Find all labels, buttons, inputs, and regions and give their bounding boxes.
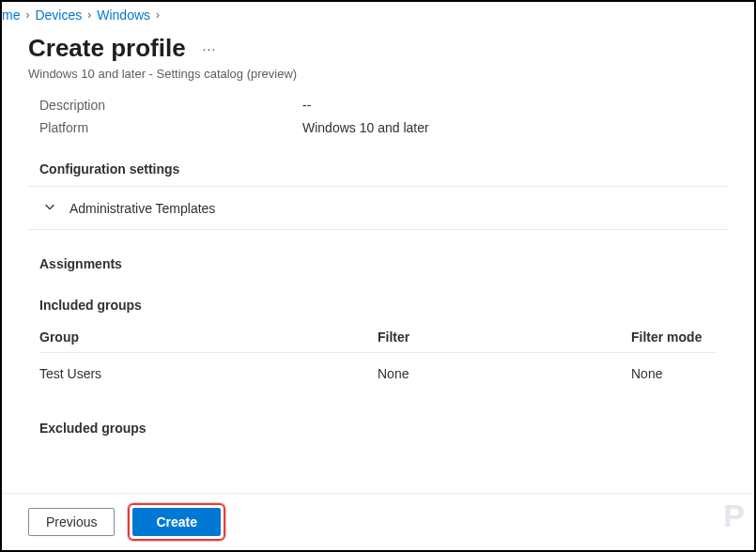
chevron-down-icon: [43, 200, 56, 216]
detail-row-description: Description --: [39, 98, 717, 113]
detail-label: Platform: [39, 120, 302, 135]
previous-button[interactable]: Previous: [28, 508, 115, 536]
included-groups-table: Group Filter Filter mode Test Users None…: [39, 322, 717, 394]
create-button[interactable]: Create: [132, 508, 221, 536]
th-filter-mode: Filter mode: [631, 330, 717, 345]
table-header: Group Filter Filter mode: [39, 322, 717, 353]
detail-row-platform: Platform Windows 10 and later: [39, 120, 717, 135]
chevron-right-icon: ›: [87, 8, 91, 22]
more-icon[interactable]: ···: [203, 41, 217, 56]
th-filter: Filter: [378, 330, 631, 345]
page-title: Create profile: [28, 34, 186, 63]
detail-value: Windows 10 and later: [302, 120, 429, 135]
config-settings-heading: Configuration settings: [39, 161, 717, 176]
td-group: Test Users: [39, 366, 378, 381]
assignments-heading: Assignments: [39, 256, 717, 271]
breadcrumb: me › Devices › Windows ›: [2, 2, 754, 23]
breadcrumb-item-windows[interactable]: Windows: [97, 8, 150, 23]
excluded-groups-heading: Excluded groups: [39, 421, 717, 436]
footer-bar: Previous Create: [2, 493, 754, 550]
breadcrumb-item-devices[interactable]: Devices: [35, 8, 82, 23]
td-filter-mode: None: [631, 366, 717, 381]
chevron-right-icon: ›: [156, 8, 160, 22]
table-row: Test Users None None: [39, 353, 717, 394]
td-filter: None: [378, 366, 631, 381]
detail-value: --: [302, 98, 311, 113]
settings-group-admin-templates[interactable]: Administrative Templates: [28, 186, 728, 230]
settings-group-label: Administrative Templates: [69, 201, 215, 216]
included-groups-heading: Included groups: [39, 298, 717, 313]
breadcrumb-item-home[interactable]: me: [2, 8, 20, 23]
create-button-highlight: Create: [128, 503, 225, 541]
detail-label: Description: [39, 98, 302, 113]
th-group: Group: [39, 330, 378, 345]
chevron-right-icon: ›: [25, 8, 29, 22]
page-subtitle: Windows 10 and later - Settings catalog …: [28, 67, 728, 81]
